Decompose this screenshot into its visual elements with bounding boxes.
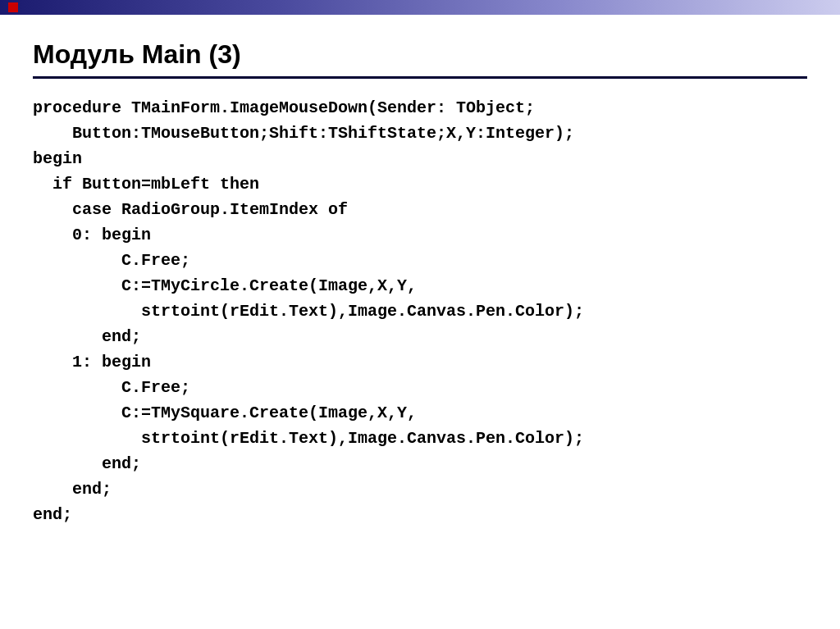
slide-container: Модуль Main (3) procedure TMainForm.Imag… — [0, 15, 840, 629]
header-bar — [0, 0, 840, 15]
code-block: procedure TMainForm.ImageMouseDown(Sende… — [33, 95, 807, 527]
slide-title: Модуль Main (3) — [33, 39, 807, 79]
